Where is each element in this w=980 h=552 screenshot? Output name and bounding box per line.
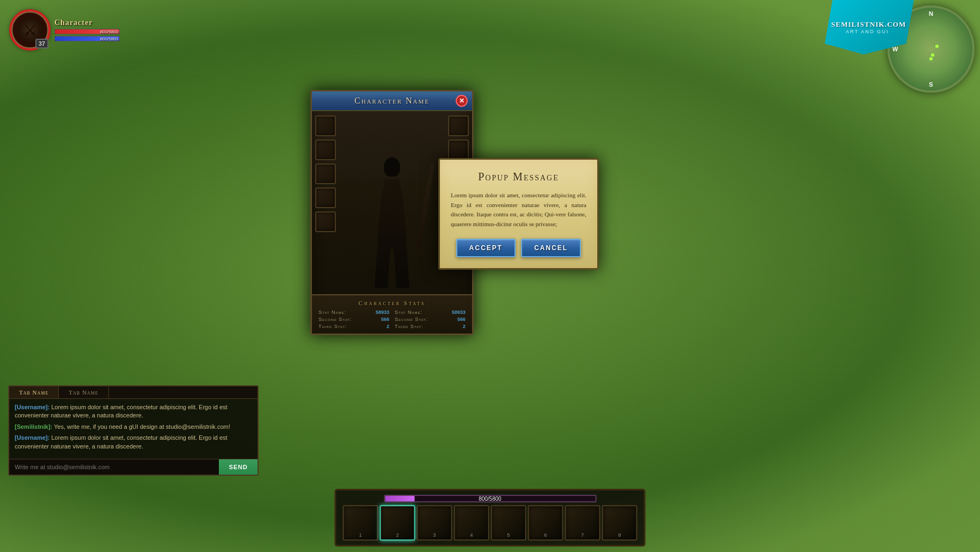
mana-text: 800/5800 [100, 37, 118, 41]
chat-messages: [Username]: Lorem ipsum dolor sit amet, … [9, 399, 258, 459]
chat-tab-2[interactable]: Tab Name [59, 386, 108, 398]
equip-slot-7[interactable] [448, 139, 469, 160]
minimap-dot-1 [931, 53, 934, 57]
chat-text-2: Yes, write me, if you need a gUI design … [54, 423, 230, 430]
character-level: 37 [35, 39, 48, 48]
stats-grid: Stat Name: 58933 Stat Name: 58933 Second… [318, 310, 465, 329]
popup-body: Lorem ipsum dolor sit amet, consectetur … [451, 191, 586, 229]
action-slot-1[interactable]: 1 [343, 505, 378, 541]
popup-buttons: ACCEPT CANCEL [451, 239, 586, 257]
equip-slot-5[interactable] [315, 211, 336, 232]
stat-value-3a: 2 [387, 324, 389, 329]
action-bar-frame: 800/5800 1 2 3 4 5 6 7 8 [335, 489, 646, 547]
character-name: Character [54, 19, 120, 27]
popup-title: Popup Message [451, 171, 586, 183]
slot-number-2: 2 [396, 532, 399, 538]
stat-row-2b: Second Stat: 566 [395, 317, 465, 322]
stat-value-2a: 566 [381, 317, 389, 322]
equip-slot-4[interactable] [315, 187, 336, 208]
stat-value-2b: 566 [457, 317, 465, 322]
action-slot-6[interactable]: 6 [528, 505, 564, 541]
character-silhouette [348, 152, 436, 288]
character-window-title-bar: Character Name ✕ [312, 92, 472, 111]
stat-name-3b: Third Stat: [395, 324, 424, 329]
minimap-label-n: N [929, 10, 933, 17]
equip-slot-2[interactable] [315, 139, 336, 160]
slot-number-7: 7 [581, 532, 584, 538]
mana-bar-container: 800/5800 [54, 36, 120, 41]
send-button[interactable]: SEND [219, 459, 258, 475]
chat-message-3: [Username]: Lorem ipsum dolor sit amet, … [15, 434, 252, 451]
silhouette-head [384, 157, 400, 177]
stat-name-2b: Second Stat: [395, 317, 428, 322]
character-window-title: Character Name [354, 96, 430, 105]
silhouette-weapon [415, 163, 435, 250]
close-button[interactable]: ✕ [456, 95, 468, 107]
chat-username-2: [Semilistnik]: [15, 423, 52, 430]
avatar: ⚔ 37 [11, 11, 49, 49]
chat-message-1: [Username]: Lorem ipsum dolor sit amet, … [15, 403, 252, 420]
character-info: Character 800/5800 800/5800 [54, 19, 120, 41]
minimap-label-s: S [929, 81, 933, 88]
stat-name-3a: Third Stat: [318, 324, 347, 329]
stat-value-1a: 58933 [376, 310, 389, 315]
slot-number-1: 1 [359, 532, 362, 538]
stat-row-1a: Stat Name: 58933 [318, 310, 389, 315]
character-hud: ⚔ 37 Character 800/5800 800/5800 [11, 11, 120, 49]
action-bar-hp-fill [385, 496, 414, 501]
stats-title: Character Stats [318, 300, 465, 306]
silhouette-body [370, 179, 414, 288]
action-bar: 800/5800 1 2 3 4 5 6 7 8 [335, 489, 646, 547]
slot-number-5: 5 [507, 532, 510, 538]
accept-button[interactable]: ACCEPT [456, 239, 516, 257]
stat-name-1a: Stat Name: [318, 310, 346, 315]
minimap-dot-2 [935, 45, 939, 48]
stat-row-1b: Stat Name: 58933 [395, 310, 465, 315]
equip-slot-3[interactable] [315, 163, 336, 184]
stat-row-3b: Third Stat: 2 [395, 324, 465, 329]
health-text: 800/5800 [100, 29, 118, 34]
action-bar-hp-text: 800/5800 [479, 496, 501, 502]
slot-number-4: 4 [470, 532, 473, 538]
slot-number-6: 6 [544, 532, 547, 538]
stat-value-1b: 58933 [452, 310, 465, 315]
chat-message-2: [Semilistnik]: Yes, write me, if you nee… [15, 423, 252, 431]
action-slot-2[interactable]: 2 [380, 505, 415, 541]
action-slot-8[interactable]: 8 [602, 505, 638, 541]
slot-number-8: 8 [618, 532, 621, 538]
chat-tab-1[interactable]: Tab Name [9, 386, 59, 398]
minimap-dot-3 [929, 57, 933, 60]
chat-input-row: SEND [9, 459, 258, 475]
health-bar-container: 800/5800 [54, 29, 120, 34]
action-bar-hp-bar: 800/5800 [384, 495, 596, 502]
action-slot-3[interactable]: 3 [417, 505, 452, 541]
brand-title: SEMILISTNIK.COM [831, 20, 906, 29]
equip-slot-1[interactable] [315, 116, 336, 136]
chat-username-1: [Username]: [15, 404, 50, 410]
stat-row-3a: Third Stat: 2 [318, 324, 389, 329]
chat-box: Tab Name Tab Name [Username]: Lorem ipsu… [8, 385, 259, 476]
equip-slot-6[interactable] [448, 116, 469, 136]
chat-input[interactable] [9, 459, 219, 475]
brand-subtitle: ART AND GUI [846, 29, 889, 34]
popup-dialog: Popup Message Lorem ipsum dolor sit amet… [438, 158, 599, 270]
action-slot-5[interactable]: 5 [491, 505, 526, 541]
stat-name-1b: Stat Name: [395, 310, 422, 315]
cancel-button[interactable]: CANCEL [521, 239, 581, 257]
stat-value-3b: 2 [463, 324, 465, 329]
slot-number-3: 3 [433, 532, 436, 538]
chat-tabs: Tab Name Tab Name [9, 386, 258, 399]
character-stats-panel: Character Stats Stat Name: 58933 Stat Na… [312, 294, 472, 333]
stat-row-2a: Second Stat: 566 [318, 317, 389, 322]
action-slots: 1 2 3 4 5 6 7 8 [343, 505, 638, 541]
action-slot-4[interactable]: 4 [454, 505, 489, 541]
action-slot-7[interactable]: 7 [565, 505, 601, 541]
chat-username-3: [Username]: [15, 434, 50, 441]
stat-name-2a: Second Stat: [318, 317, 352, 322]
